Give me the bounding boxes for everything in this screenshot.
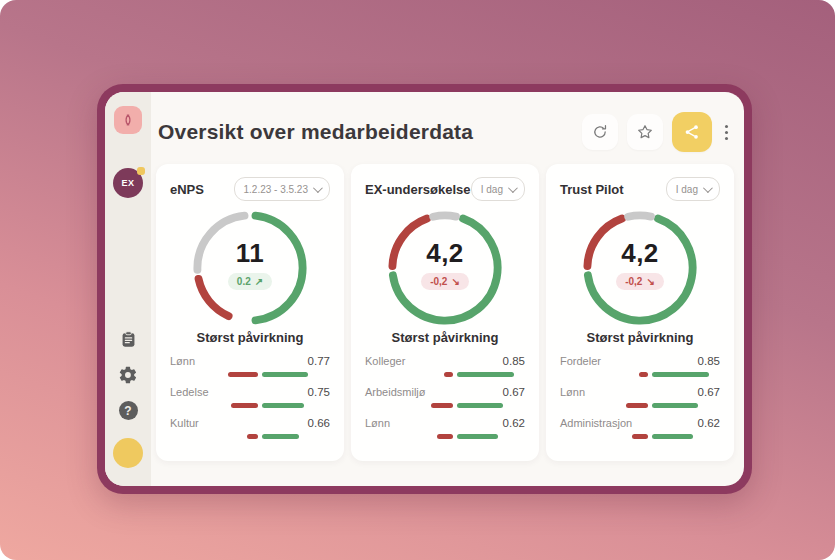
list-item: Arbeidsmiljø0.67 [365, 386, 525, 408]
tablet-frame: EX ? [97, 84, 752, 494]
positive-bar [262, 434, 299, 439]
row-label: Fordeler [560, 355, 601, 367]
page-background: EX ? [0, 0, 835, 560]
row-label: Lønn [170, 355, 195, 367]
impact-title: Størst påvirkning [170, 330, 330, 345]
chevron-down-icon [703, 183, 713, 193]
card-title: eNPS [170, 182, 204, 197]
row-label: Administrasjon [560, 417, 632, 429]
impact-bars [365, 434, 525, 439]
row-label: Kolleger [365, 355, 405, 367]
refresh-icon [591, 123, 609, 141]
chevron-down-icon [313, 183, 323, 193]
card-trust-pilot: Trust Pilot I dag 4,2 -0,2↘ [546, 164, 734, 461]
list-item: Ledelse0.75 [170, 386, 330, 408]
dropdown-value: 1.2.23 - 3.5.23 [244, 184, 309, 195]
settings-gear-icon[interactable] [118, 365, 138, 385]
date-range-dropdown[interactable]: I dag [471, 177, 525, 201]
favorite-button[interactable] [627, 114, 663, 150]
row-value: 0.85 [503, 355, 525, 367]
toolbar [582, 112, 732, 152]
clipboard-icon[interactable] [119, 330, 138, 349]
change-badge: 0.2↗ [228, 273, 272, 290]
impact-title: Størst påvirkning [560, 330, 720, 345]
list-item: Kolleger0.85 [365, 355, 525, 377]
row-label: Lønn [365, 417, 390, 429]
logo-icon [121, 113, 135, 127]
row-label: Ledelse [170, 386, 209, 398]
chevron-down-icon [508, 183, 518, 193]
positive-bar [457, 403, 503, 408]
date-range-dropdown[interactable]: I dag [666, 177, 720, 201]
list-item: Lønn0.77 [170, 355, 330, 377]
positive-bar [457, 372, 514, 377]
share-button[interactable] [672, 112, 712, 152]
star-icon [636, 123, 654, 141]
row-value: 0.85 [698, 355, 720, 367]
gauge-value: 11 [236, 238, 265, 269]
impact-list: Lønn0.77 Ledelse0.75 Kultur0.66 [170, 355, 330, 448]
list-item: Kultur0.66 [170, 417, 330, 439]
card-enps: eNPS 1.2.23 - 3.5.23 11 0.2↗ [156, 164, 344, 461]
positive-bar [262, 403, 304, 408]
notification-dot [137, 167, 145, 175]
gauge-enps: 11 0.2↗ [191, 209, 309, 318]
negative-bar [632, 434, 648, 439]
card-ex-survey: EX-undersøkelse I dag 4,2 -0,2 [351, 164, 539, 461]
page-header: Oversikt over medarbeiderdata [158, 112, 732, 152]
impact-bars [365, 403, 525, 408]
impact-bars [560, 372, 720, 377]
page-title: Oversikt over medarbeiderdata [158, 120, 582, 144]
refresh-button[interactable] [582, 114, 618, 150]
list-item: Lønn0.67 [560, 386, 720, 408]
gauge-ex-survey: 4,2 -0,2↘ [386, 209, 504, 318]
impact-list: Kolleger0.85 Arbeidsmiljø0.67 Lønn0.62 [365, 355, 525, 448]
impact-bars [170, 372, 330, 377]
row-value: 0.77 [308, 355, 330, 367]
more-options-button[interactable] [721, 121, 732, 144]
positive-bar [652, 372, 709, 377]
sidebar: EX ? [105, 92, 151, 486]
avatar-label: EX [121, 178, 134, 188]
negative-bar [228, 372, 258, 377]
yellow-status-circle[interactable] [113, 438, 143, 468]
user-avatar[interactable]: EX [113, 168, 143, 198]
row-value: 0.67 [698, 386, 720, 398]
row-label: Lønn [560, 386, 585, 398]
trend-down-icon: ↘ [451, 276, 459, 287]
negative-bar [639, 372, 648, 377]
impact-bars [560, 434, 720, 439]
negative-bar [231, 403, 258, 408]
change-badge: -0,2↘ [421, 273, 469, 290]
impact-bars [365, 372, 525, 377]
card-title: EX-undersøkelse [365, 182, 471, 197]
positive-bar [652, 434, 693, 439]
change-badge: -0,2↘ [616, 273, 664, 290]
dropdown-value: I dag [481, 184, 503, 195]
date-range-dropdown[interactable]: 1.2.23 - 3.5.23 [234, 177, 331, 201]
impact-bars [560, 403, 720, 408]
negative-bar [247, 434, 258, 439]
impact-bars [170, 434, 330, 439]
trend-up-icon: ↗ [255, 276, 263, 287]
impact-list: Fordeler0.85 Lønn0.67 Administrasjon0.62 [560, 355, 720, 448]
card-title: Trust Pilot [560, 182, 624, 197]
gauge-trust-pilot: 4,2 -0,2↘ [581, 209, 699, 318]
main-area: Oversikt over medarbeiderdata [151, 92, 744, 486]
row-value: 0.62 [698, 417, 720, 429]
row-value: 0.62 [503, 417, 525, 429]
row-label: Kultur [170, 417, 199, 429]
share-icon [683, 123, 701, 141]
list-item: Lønn0.62 [365, 417, 525, 439]
app-logo[interactable] [114, 106, 142, 134]
gauge-value: 4,2 [426, 238, 464, 269]
row-label: Arbeidsmiljø [365, 386, 426, 398]
list-item: Fordeler0.85 [560, 355, 720, 377]
help-icon[interactable]: ? [119, 401, 138, 420]
negative-bar [444, 372, 453, 377]
row-value: 0.75 [308, 386, 330, 398]
positive-bar [457, 434, 498, 439]
dropdown-value: I dag [676, 184, 698, 195]
list-item: Administrasjon0.62 [560, 417, 720, 439]
sidebar-bottom-group: ? [113, 330, 143, 468]
